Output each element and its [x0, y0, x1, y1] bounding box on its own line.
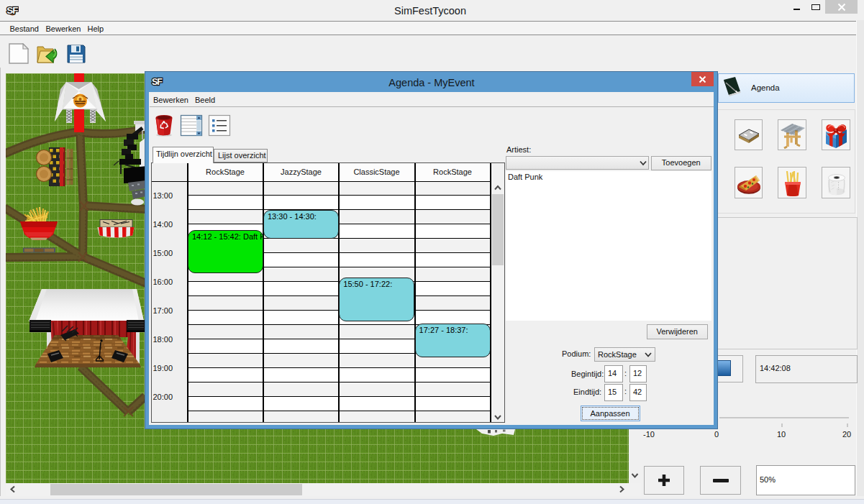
svg-text:SF: SF	[152, 77, 163, 87]
svg-text:SF: SF	[6, 5, 18, 16]
